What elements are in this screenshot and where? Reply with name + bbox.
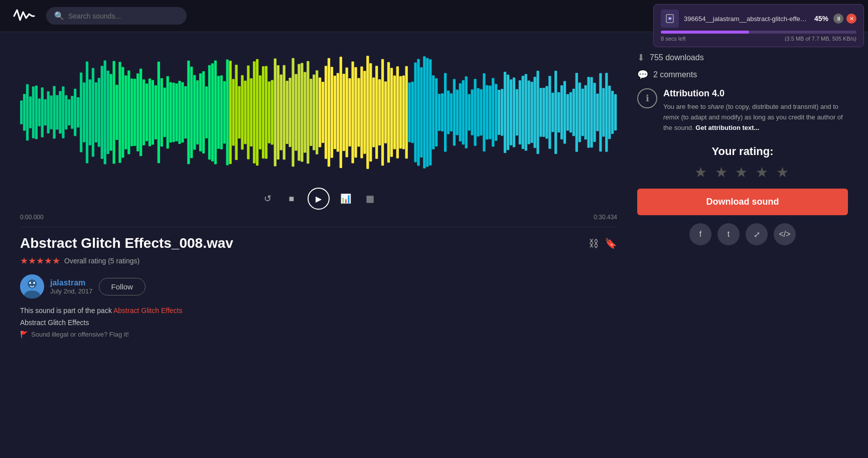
svg-rect-38 [118, 62, 121, 163]
svg-rect-20 [65, 95, 67, 130]
player-section: ↺ ■ ▶ 📊 ▦ 0:00.000 0:30.434 Abstract Gli… [20, 42, 617, 338]
svg-rect-120 [363, 71, 366, 154]
svg-rect-162 [489, 86, 491, 139]
svg-rect-33 [104, 61, 106, 165]
svg-rect-23 [74, 89, 76, 136]
svg-rect-36 [112, 61, 115, 164]
author-date: July 2nd, 2017 [50, 287, 93, 295]
settings-button[interactable]: ▦ [362, 191, 378, 207]
bookmark-button[interactable]: 🔖 [605, 237, 617, 249]
svg-rect-109 [331, 67, 333, 158]
svg-rect-198 [596, 94, 599, 131]
svg-rect-184 [554, 71, 557, 154]
embed-button[interactable]: </> [774, 223, 796, 245]
svg-rect-11 [38, 98, 41, 126]
loop-button[interactable]: ↺ [259, 191, 275, 207]
follow-button[interactable]: Follow [99, 278, 146, 295]
svg-rect-163 [492, 78, 494, 147]
svg-rect-94 [286, 81, 288, 144]
search-input[interactable] [68, 12, 179, 20]
your-rating-stars[interactable]: ★ ★ ★ ★ ★ [637, 164, 848, 181]
avatar [20, 274, 44, 298]
popup-close-button[interactable]: ✕ [846, 14, 856, 24]
svg-point-208 [29, 282, 31, 284]
svg-rect-174 [525, 74, 527, 150]
svg-rect-67 [205, 86, 208, 138]
svg-rect-142 [429, 59, 431, 166]
svg-rect-34 [107, 71, 109, 155]
attribution-link[interactable]: Get attribution text... [695, 124, 759, 131]
author-info: jalastram July 2nd, 2017 [50, 278, 93, 295]
flag-row: 🚩 Sound illegal or offensive? Flag it! [20, 331, 617, 338]
svg-rect-58 [178, 81, 181, 144]
pack-link[interactable]: Abstract Glitch Effects [113, 307, 182, 315]
svg-rect-18 [59, 91, 61, 133]
facebook-share-button[interactable]: f [689, 223, 711, 245]
svg-rect-73 [223, 81, 226, 143]
comments-count: 2 comments [653, 70, 697, 79]
svg-rect-40 [124, 75, 127, 149]
svg-rect-192 [578, 82, 581, 142]
main-content: ↺ ■ ▶ 📊 ▦ 0:00.000 0:30.434 Abstract Gli… [0, 32, 868, 348]
svg-rect-95 [289, 78, 292, 147]
svg-rect-21 [68, 99, 70, 125]
svg-rect-148 [447, 91, 450, 134]
author-row: jalastram July 2nd, 2017 Follow [20, 274, 617, 298]
svg-rect-131 [396, 66, 399, 159]
svg-rect-6 [23, 94, 26, 131]
svg-rect-112 [340, 57, 342, 168]
progress-bar-fill [661, 31, 749, 34]
svg-rect-103 [313, 75, 315, 150]
popup-percent: 45% [814, 15, 828, 23]
sidebar: ⬇ 755 downloads 💬 2 comments ℹ Attributi… [637, 42, 848, 338]
svg-rect-126 [381, 59, 384, 166]
stop-button[interactable]: ■ [283, 191, 300, 207]
svg-rect-127 [384, 81, 387, 143]
svg-rect-77 [235, 65, 237, 160]
logo-icon[interactable] [12, 6, 36, 26]
search-icon: 🔍 [54, 11, 64, 21]
svg-rect-88 [268, 81, 270, 143]
download-icon: ⬇ [637, 52, 645, 63]
svg-rect-190 [572, 89, 575, 136]
waveform-container[interactable] [20, 42, 617, 183]
sound-title: Abstract Glitch Effects_008.wav [20, 235, 233, 251]
rating-text: Overall rating (5 ratings) [64, 257, 139, 265]
svg-rect-63 [193, 75, 196, 149]
author-name-link[interactable]: jalastram [50, 278, 85, 287]
svg-rect-14 [47, 91, 50, 133]
svg-rect-188 [566, 94, 569, 131]
license-title: Attribution 4.0 [663, 88, 848, 99]
svg-rect-123 [372, 78, 375, 147]
svg-rect-179 [539, 88, 542, 137]
svg-rect-191 [575, 73, 578, 152]
svg-rect-187 [563, 81, 566, 144]
svg-rect-91 [277, 65, 279, 160]
play-button[interactable]: ▶ [308, 188, 330, 210]
link-button[interactable]: ⛓ [589, 237, 599, 249]
share-row: f t ⤢ </> [637, 223, 848, 245]
popup-pause-button[interactable]: ⏸ [833, 14, 843, 24]
svg-rect-24 [77, 97, 79, 127]
player-controls: ↺ ■ ▶ 📊 ▦ [20, 183, 617, 212]
volume-button[interactable]: 📊 [338, 191, 354, 207]
svg-rect-105 [319, 78, 321, 147]
search-bar[interactable]: 🔍 [46, 7, 187, 25]
download-button[interactable]: Download sound [637, 189, 848, 215]
svg-rect-161 [486, 85, 488, 140]
svg-rect-136 [411, 82, 413, 143]
svg-rect-147 [444, 73, 447, 152]
share-button[interactable]: ⤢ [746, 223, 768, 245]
svg-rect-107 [325, 66, 327, 159]
your-rating-section: Your rating: ★ ★ ★ ★ ★ [637, 145, 848, 181]
time-end: 0:30.434 [594, 214, 617, 221]
svg-rect-17 [56, 95, 58, 130]
twitter-share-button[interactable]: t [717, 223, 740, 245]
svg-rect-145 [438, 94, 441, 131]
popup-filename: 396654__jalastram__abstract-glitch-effec… [684, 15, 809, 23]
svg-rect-41 [127, 71, 130, 155]
license-icon: ℹ [637, 88, 657, 108]
svg-rect-128 [387, 62, 390, 163]
svg-rect-22 [71, 96, 73, 129]
svg-rect-92 [280, 74, 282, 150]
